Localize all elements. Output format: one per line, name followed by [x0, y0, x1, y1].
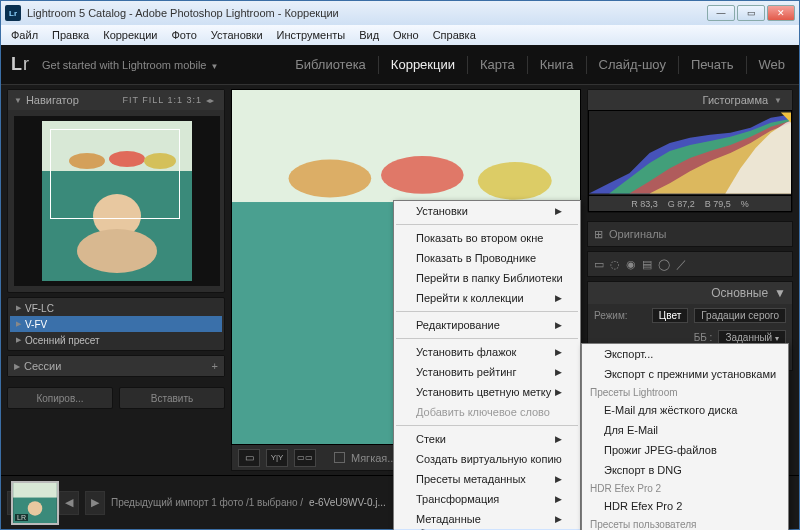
menu-item[interactable]: Справка — [427, 27, 482, 43]
context-menu-item[interactable]: Трансформация▶ — [394, 489, 580, 509]
chevron-icon[interactable]: ◂▸ — [206, 96, 214, 105]
filmstrip-filename: e-6VeU9WV-0.j... — [309, 497, 386, 508]
context-menu-item[interactable]: Для E-Mail — [582, 420, 788, 440]
context-menu-item[interactable]: Установки▶ — [394, 201, 580, 221]
context-menu-item[interactable]: Редактирование▶ — [394, 315, 580, 335]
module-slideshow[interactable]: Слайд-шоу — [595, 55, 670, 74]
left-column: ▼ Навигатор FIT FILL 1:1 3:1 ◂▸ — [1, 85, 231, 475]
panel-title: Навигатор — [26, 94, 79, 106]
soft-proof-label: Мягкая... — [351, 452, 396, 464]
disclosure-icon: ▶ — [14, 362, 20, 371]
context-menu-item[interactable]: Экспорт в DNG — [582, 460, 788, 480]
filmstrip-back[interactable]: ◀ — [59, 491, 79, 515]
filmstrip-fwd[interactable]: ▶ — [85, 491, 105, 515]
submenu-arrow-icon: ▶ — [555, 367, 562, 377]
navigator-thumb[interactable] — [8, 110, 224, 292]
redeye-tool-icon[interactable]: ◉ — [626, 258, 636, 271]
panel-header[interactable]: Гистограмма ▼ — [588, 90, 792, 110]
submenu-arrow-icon: ▶ — [555, 387, 562, 397]
treatment-label: Режим: — [594, 310, 628, 321]
context-menu-item[interactable]: Создать виртуальную копию — [394, 449, 580, 469]
menu-item[interactable]: Вид — [353, 27, 385, 43]
histogram-chart[interactable] — [588, 110, 792, 196]
module-map[interactable]: Карта — [476, 55, 519, 74]
mobile-hint[interactable]: Get started with Lightroom mobile▼ — [42, 59, 218, 71]
disclosure-icon: ▼ — [774, 96, 782, 105]
window-title: Lightroom 5 Catalog - Adobe Photoshop Li… — [25, 7, 703, 19]
menu-item[interactable]: Коррекции — [97, 27, 163, 43]
context-menu-item[interactable]: Стеки▶ — [394, 429, 580, 449]
context-menu-item[interactable]: Установить цветную метку▶ — [394, 382, 580, 402]
context-menu-item[interactable]: Установить флажок▶ — [394, 342, 580, 362]
loupe-view-button[interactable]: ▭ — [238, 449, 260, 467]
crop-tool-icon[interactable]: ▭ — [594, 258, 604, 271]
context-menu-item[interactable]: Экспорт... — [582, 344, 788, 364]
menu-item[interactable]: Правка — [46, 27, 95, 43]
context-menu-item[interactable]: Показать во втором окне — [394, 228, 580, 248]
preset-item[interactable]: ▶VF-LC — [10, 300, 222, 316]
menu-item[interactable]: Файл — [5, 27, 44, 43]
submenu-arrow-icon: ▶ — [555, 474, 562, 484]
context-group-header: Пресеты Lightroom — [582, 384, 788, 400]
context-menu-item[interactable]: Экспорт с прежними установками — [582, 364, 788, 384]
panel-header[interactable]: ▶ Сессии + — [8, 356, 224, 376]
filmstrip-thumbs: LR — [11, 481, 59, 525]
treatment-bw[interactable]: Градации серого — [694, 308, 786, 323]
submenu-arrow-icon: ▶ — [555, 206, 562, 216]
preset-item[interactable]: ▶V-FV — [10, 316, 222, 332]
context-menu-item[interactable]: Прожиг JPEG-файлов — [582, 440, 788, 460]
minimize-button[interactable]: — — [707, 5, 735, 21]
presets-panel: ▶VF-LC ▶V-FV ▶Осенний пресет — [7, 297, 225, 351]
context-menu-item[interactable]: Показать в Проводнике — [394, 248, 580, 268]
plus-icon[interactable]: + — [212, 360, 218, 372]
close-button[interactable]: ✕ — [767, 5, 795, 21]
titlebar: Lr Lightroom 5 Catalog - Adobe Photoshop… — [1, 1, 799, 25]
compare-before-after-button[interactable]: ▭▭ — [294, 449, 316, 467]
spot-tool-icon[interactable]: ◌ — [610, 258, 620, 271]
context-menu-item[interactable]: Установить рейтинг▶ — [394, 362, 580, 382]
treatment-color[interactable]: Цвет — [652, 308, 688, 323]
filmstrip-thumb[interactable]: LR — [11, 481, 59, 525]
submenu-arrow-icon: ▶ — [555, 514, 562, 524]
module-print[interactable]: Печать — [687, 55, 738, 74]
panel-title: Сессии — [24, 360, 61, 372]
originals-row[interactable]: ⊞ Оригиналы — [587, 221, 793, 247]
radial-tool-icon[interactable]: ◯ — [658, 258, 670, 271]
panel-header[interactable]: Основные ▼ — [588, 282, 792, 304]
module-book[interactable]: Книга — [536, 55, 578, 74]
maximize-button[interactable]: ▭ — [737, 5, 765, 21]
zoom-options[interactable]: FIT FILL 1:1 3:1 — [122, 95, 202, 105]
module-web[interactable]: Web — [755, 55, 790, 74]
paste-button[interactable]: Вставить — [119, 387, 225, 409]
svg-point-23 — [28, 501, 43, 516]
menu-item[interactable]: Инструменты — [271, 27, 352, 43]
context-menu-item[interactable]: E-Mail для жёсткого диска — [582, 400, 788, 420]
compare-yy-button[interactable]: Y|Y — [266, 449, 288, 467]
soft-proof-checkbox[interactable] — [334, 452, 345, 463]
histogram-readout: R 83,3 G 87,2 B 79,5 % — [588, 196, 792, 212]
panel-header[interactable]: ▼ Навигатор FIT FILL 1:1 3:1 ◂▸ — [8, 90, 224, 110]
brush-tool-icon[interactable]: ／ — [676, 257, 687, 272]
app-header: Lr Get started with Lightroom mobile▼ Би… — [1, 45, 799, 85]
context-menu-item[interactable]: Пресеты метаданных▶ — [394, 469, 580, 489]
thumb-badge: LR — [15, 514, 28, 521]
menu-item[interactable]: Фото — [166, 27, 203, 43]
chevron-down-icon: ▼ — [210, 62, 218, 71]
module-library[interactable]: Библиотека — [291, 55, 370, 74]
gradient-tool-icon[interactable]: ▤ — [642, 258, 652, 271]
context-menu-item[interactable]: Перейти к коллекции▶ — [394, 288, 580, 308]
app-window: Lr Lightroom 5 Catalog - Adobe Photoshop… — [0, 0, 800, 530]
menu-item[interactable]: Установки — [205, 27, 269, 43]
tool-strip: ▭ ◌ ◉ ▤ ◯ ／ — [587, 251, 793, 277]
module-develop[interactable]: Коррекции — [387, 55, 459, 74]
panel-title: Гистограмма — [703, 94, 769, 106]
preset-item[interactable]: ▶Осенний пресет — [10, 332, 222, 348]
svg-point-11 — [381, 156, 464, 194]
nav-crop-rect[interactable] — [50, 129, 180, 219]
context-menu-item[interactable]: Перейти в папку Библиотеки — [394, 268, 580, 288]
navigator-image — [42, 121, 192, 281]
copy-button[interactable]: Копиров... — [7, 387, 113, 409]
menu-item[interactable]: Окно — [387, 27, 425, 43]
context-group-header: HDR Efex Pro 2 — [582, 480, 788, 496]
context-menu-item[interactable]: HDR Efex Pro 2 — [582, 496, 788, 516]
